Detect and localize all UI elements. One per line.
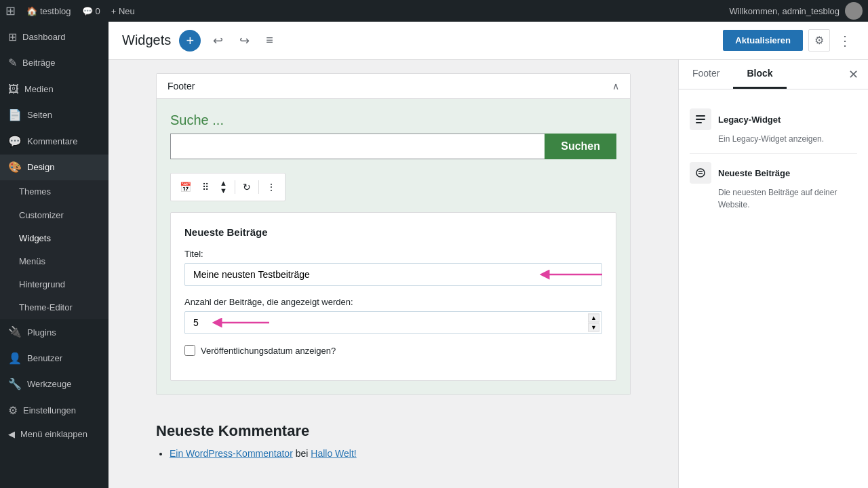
legacy-widget-name: Legacy-Widget bbox=[718, 115, 781, 125]
toolbar-refresh-button[interactable]: ↻ bbox=[238, 178, 256, 196]
sidebar-item-medien[interactable]: 🖼 Medien bbox=[0, 77, 108, 102]
redo-button[interactable]: ↪ bbox=[235, 30, 254, 51]
neueste-beitraege-name: Neueste Beiträge bbox=[718, 168, 790, 178]
sidebar-item-hintergrund[interactable]: Hintergrund bbox=[0, 273, 108, 296]
footer-body: Suche ... Suchen 📅 bbox=[157, 99, 630, 394]
arrow-annotation-titel bbox=[538, 268, 606, 281]
list-icon: ≡ bbox=[266, 33, 273, 47]
svg-rect-4 bbox=[696, 122, 702, 123]
sidebar-item-einstellungen[interactable]: ⚙ Einstellungen bbox=[0, 398, 108, 424]
block-item-header: Legacy-Widget bbox=[690, 108, 857, 130]
undo-icon: ↩ bbox=[213, 33, 223, 48]
post-link[interactable]: Hallo Welt! bbox=[311, 448, 356, 459]
comments-title: Neueste Kommentare bbox=[156, 422, 631, 440]
tab-block[interactable]: Block bbox=[733, 60, 786, 89]
toolbar-move-button[interactable]: ▲▼ bbox=[215, 176, 232, 198]
widget-editor: Footer ∧ Suche ... Suchen bbox=[108, 60, 678, 488]
list-item: Ein WordPress-Kommentator bei Hallo Welt… bbox=[170, 448, 631, 459]
plugins-icon: 🔌 bbox=[8, 325, 22, 340]
spin-down-button[interactable]: ▼ bbox=[588, 323, 599, 332]
comment-icon: 💬 bbox=[82, 6, 93, 16]
sidebar-item-customizer[interactable]: Customizer bbox=[0, 204, 108, 227]
toolbar-more-button[interactable]: ⋮ bbox=[262, 178, 281, 196]
adminbar-comments[interactable]: 💬 0 bbox=[82, 6, 100, 16]
wp-logo-icon[interactable]: ⊞ bbox=[5, 3, 16, 18]
more-options-button[interactable]: ⋮ bbox=[835, 30, 854, 52]
veroeff-label[interactable]: Veröffentlichungsdatum anzeigen? bbox=[201, 346, 336, 356]
dashboard-icon: ⊞ bbox=[8, 30, 17, 45]
sidebar-item-kommentare[interactable]: 💬 Kommentare bbox=[0, 129, 108, 155]
page-title: Widgets bbox=[122, 33, 171, 48]
adminbar-new[interactable]: + Neu bbox=[111, 6, 135, 16]
footer-chevron-icon: ∧ bbox=[612, 81, 619, 92]
sidebar-item-themes[interactable]: Themes bbox=[0, 180, 108, 203]
neueste-beitraege-icon bbox=[690, 162, 711, 184]
einstellungen-icon: ⚙ bbox=[8, 403, 18, 418]
benutzer-icon: 👤 bbox=[8, 351, 22, 366]
collapse-icon: ◀ bbox=[8, 429, 15, 439]
search-input[interactable] bbox=[170, 134, 545, 159]
more-icon: ⋮ bbox=[267, 182, 276, 192]
sidebar-item-beitraege[interactable]: ✎ Beiträge bbox=[0, 50, 108, 76]
comments-section: Neueste Kommentare Ein WordPress-Komment… bbox=[156, 409, 631, 476]
werkzeuge-icon: 🔧 bbox=[8, 377, 22, 392]
spin-up-button[interactable]: ▲ bbox=[588, 314, 599, 323]
form-group-titel: Titel: bbox=[184, 249, 602, 286]
sidebar-item-plugins[interactable]: 🔌 Plugins bbox=[0, 319, 108, 345]
medien-icon: 🖼 bbox=[8, 82, 19, 97]
calendar-icon: 📅 bbox=[180, 182, 191, 192]
form-group-anzahl: Anzahl der Beiträge, die angezeigt werde… bbox=[184, 297, 602, 334]
footer-header[interactable]: Footer ∧ bbox=[157, 74, 630, 99]
toolbar-grid-button[interactable]: ⠿ bbox=[197, 178, 214, 196]
undo-button[interactable]: ↩ bbox=[209, 30, 227, 51]
widget-toolbar: 📅 ⠿ ▲▼ ↻ bbox=[170, 173, 285, 201]
redo-icon: ↪ bbox=[239, 33, 250, 48]
svg-point-5 bbox=[696, 169, 705, 177]
widget-card-neueste-beitraege: Neueste Beiträge Titel: bbox=[170, 212, 616, 381]
search-button[interactable]: Suchen bbox=[545, 134, 616, 159]
beitraege-icon: ✎ bbox=[8, 56, 17, 70]
neueste-beitraege-desc: Die neuesten Beiträge auf deiner Website… bbox=[718, 186, 857, 211]
panel-body: Legacy-Widget Ein Legacy-Widget anzeigen… bbox=[679, 89, 868, 488]
panel-close-button[interactable]: ✕ bbox=[839, 60, 868, 89]
titel-label: Titel: bbox=[184, 249, 602, 259]
list-view-button[interactable]: ≡ bbox=[262, 30, 277, 50]
sidebar-item-werkzeuge[interactable]: 🔧 Werkzeuge bbox=[0, 371, 108, 397]
sidebar-item-widgets[interactable]: Widgets bbox=[0, 227, 108, 250]
sidebar-item-theme-editor[interactable]: Theme-Editor bbox=[0, 296, 108, 319]
sidebar-item-design[interactable]: 🎨 Design bbox=[0, 155, 108, 180]
aktualisieren-button[interactable]: Aktualisieren bbox=[723, 30, 803, 51]
seiten-icon: 📄 bbox=[8, 108, 22, 123]
grid-icon: ⠿ bbox=[202, 182, 209, 192]
sidebar: ⊞ Dashboard ✎ Beiträge 🖼 Medien 📄 Seiten… bbox=[0, 22, 108, 488]
tab-footer[interactable]: Footer bbox=[679, 60, 733, 89]
search-row: Suchen bbox=[170, 134, 616, 159]
arrow-annotation-anzahl bbox=[212, 316, 273, 329]
block-item-legacy-widget[interactable]: Legacy-Widget Ein Legacy-Widget anzeigen… bbox=[690, 100, 857, 154]
home-icon: 🏠 bbox=[26, 6, 37, 16]
kommenter-link[interactable]: Ein WordPress-Kommentator bbox=[170, 448, 293, 459]
legacy-widget-icon bbox=[690, 108, 711, 130]
sidebar-collapse[interactable]: ◀ Menü einklappen bbox=[0, 424, 108, 445]
settings-icon: ⚙ bbox=[814, 34, 824, 47]
sidebar-item-menues[interactable]: Menüs bbox=[0, 250, 108, 273]
form-group-checkbox: Veröffentlichungsdatum anzeigen? bbox=[184, 345, 602, 356]
adminbar-site[interactable]: 🏠 testblog bbox=[26, 6, 71, 16]
block-item-neueste-beitraege[interactable]: Neueste Beiträge Die neuesten Beiträge a… bbox=[690, 154, 857, 219]
refresh-icon: ↻ bbox=[243, 182, 251, 192]
sidebar-design-submenu: Themes Customizer Widgets Menüs Hintergr… bbox=[0, 180, 108, 319]
footer-section-title: Footer bbox=[167, 81, 195, 92]
sidebar-item-seiten[interactable]: 📄 Seiten bbox=[0, 102, 108, 128]
settings-button[interactable]: ⚙ bbox=[808, 29, 830, 52]
panel-tabs: Footer Block bbox=[679, 60, 787, 89]
toolbar-divider2 bbox=[258, 180, 259, 194]
sidebar-item-benutzer[interactable]: 👤 Benutzer bbox=[0, 346, 108, 371]
svg-rect-3 bbox=[696, 119, 705, 120]
toolbar-calendar-button[interactable]: 📅 bbox=[175, 178, 196, 196]
add-block-button[interactable]: + bbox=[179, 30, 201, 52]
search-label: Suche ... bbox=[170, 113, 616, 128]
veroeff-checkbox[interactable] bbox=[184, 345, 195, 356]
anzahl-label: Anzahl der Beiträge, die angezeigt werde… bbox=[184, 297, 602, 307]
block-item-header-nb: Neueste Beiträge bbox=[690, 162, 857, 184]
sidebar-item-dashboard[interactable]: ⊞ Dashboard bbox=[0, 24, 108, 50]
